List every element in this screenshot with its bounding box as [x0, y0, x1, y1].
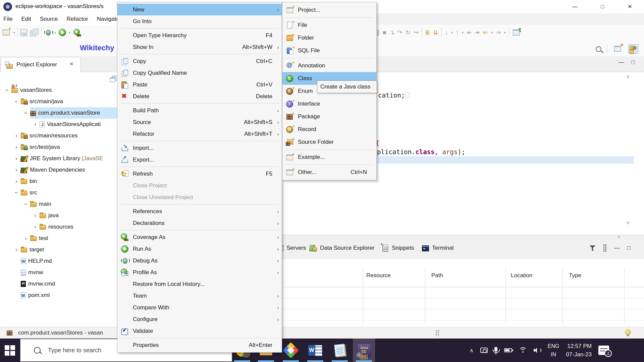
step-return-icon[interactable]: ↻	[406, 28, 411, 37]
back-dropdown-icon[interactable]: ▾	[491, 28, 493, 37]
new-submenu-item-project[interactable]: Project...	[282, 4, 376, 16]
coverage-icon[interactable]	[73, 28, 81, 37]
taskbar-app-notepad[interactable]	[329, 339, 351, 362]
context-menu-item-export[interactable]: Export...	[117, 154, 282, 166]
window-maximize-button[interactable]: □	[592, 0, 612, 13]
new-submenu-item-annotation[interactable]: Annotation	[282, 59, 376, 72]
context-menu-item-debug-as[interactable]: Debug As›	[117, 255, 282, 266]
tab-snippets[interactable]: Snippets	[381, 244, 414, 252]
lightbulb-icon[interactable]	[625, 329, 631, 335]
context-menu-item-delete[interactable]: DeleteDelete	[117, 90, 282, 102]
context-menu-item-copy[interactable]: CopyCtrl+C	[117, 55, 282, 67]
open-perspective-icon[interactable]	[613, 44, 623, 54]
tree-item-src[interactable]: ›src	[0, 187, 117, 198]
pin-editor-icon[interactable]	[512, 28, 521, 37]
tree-item-target[interactable]: ›target	[0, 244, 117, 255]
chevron-expanded-icon[interactable]: ›	[20, 109, 32, 117]
pull-dropdown-icon[interactable]: ▾	[451, 28, 453, 37]
context-menu-item-new[interactable]: New›	[117, 4, 282, 15]
context-menu-item-import[interactable]: Import...	[117, 142, 282, 154]
chevron-collapsed-icon[interactable]: ›	[12, 141, 21, 153]
context-menu-item-properties[interactable]: PropertiesAlt+Enter	[117, 339, 282, 351]
chevron-collapsed-icon[interactable]: ›	[12, 244, 21, 255]
context-menu-item-refresh[interactable]: RefreshF5	[117, 168, 282, 180]
suspend-icon[interactable]: ∥	[377, 28, 380, 37]
context-menu-item-compare-with[interactable]: Compare With›	[117, 302, 282, 313]
taskbar-app-3d-viewer[interactable]	[280, 339, 302, 362]
taskbar-app-word[interactable]	[304, 339, 326, 362]
menubar-item-file[interactable]: File	[3, 16, 12, 22]
tree-item-maven-dependencies[interactable]: ›Maven Dependencies	[0, 164, 117, 176]
next-annotation-icon[interactable]: ↠	[475, 28, 480, 37]
chevron-collapsed-icon[interactable]: ›	[12, 130, 21, 141]
tree-item-main[interactable]: ›main	[0, 198, 117, 210]
new-wizard-icon[interactable]	[2, 28, 11, 37]
search-icon[interactable]	[596, 46, 601, 52]
context-menu-item-references[interactable]: References›	[117, 205, 282, 217]
context-menu-item-validate[interactable]: Validate	[117, 325, 282, 337]
start-button[interactable]	[5, 345, 15, 356]
tab-data-source-explorer[interactable]: Data Source Explorer	[309, 244, 375, 252]
push-icon[interactable]: ↑	[456, 28, 459, 37]
menubar-item-source[interactable]: Source	[40, 16, 58, 22]
context-menu-item-paste[interactable]: PasteCtrl+V	[117, 79, 282, 90]
save-all-icon[interactable]	[30, 28, 39, 37]
menubar-item-navigate[interactable]: Navigate	[97, 16, 117, 22]
back-icon[interactable]: ⇐	[483, 28, 488, 37]
tree-item-vasanstoresapplicati[interactable]: ›VasanStoresApplicati	[0, 119, 117, 130]
camera-icon[interactable]	[480, 348, 488, 353]
chevron-collapsed-icon[interactable]: ›	[31, 119, 40, 130]
microphone-icon[interactable]	[494, 347, 497, 352]
tree-item-bin[interactable]: ›bin	[0, 176, 117, 187]
chevron-expanded-icon[interactable]: ›	[1, 86, 13, 95]
scroll-down-icon[interactable]: ∨	[626, 220, 630, 225]
tree-item-java[interactable]: ›java	[0, 210, 117, 221]
tree-item-test[interactable]: ›test	[0, 233, 117, 244]
mark-occurrences-icon[interactable]: ≣	[425, 28, 430, 37]
run-dropdown-icon[interactable]: ▾	[69, 28, 71, 37]
notification-center-icon[interactable]: 1	[598, 346, 609, 355]
java-ee-perspective-icon[interactable]	[628, 44, 638, 54]
chevron-expanded-icon[interactable]: ›	[20, 200, 32, 208]
tree-item-mvnw-cmd[interactable]: mvnw.cmd	[0, 278, 117, 290]
language-indicator[interactable]: ENGIN	[548, 342, 559, 359]
drop-to-frame-icon[interactable]: ↪	[414, 28, 419, 37]
view-menu-icon[interactable]	[603, 244, 607, 252]
column-header-type[interactable]: Type	[569, 272, 581, 279]
tab-close-icon[interactable]: ✕	[69, 61, 74, 67]
taskbar-app-eclipse[interactable]: Java EE IDE	[353, 339, 375, 362]
tree-item-pom-xml[interactable]: pom.xml	[0, 290, 117, 301]
menubar-item-refactor[interactable]: Refactor	[67, 16, 88, 22]
tree-item-vasanstores[interactable]: ›MJvasanStores	[0, 84, 117, 96]
tree-item-src-test-java[interactable]: ›src/test/java	[0, 141, 117, 153]
context-menu-item-team[interactable]: Team›	[117, 290, 282, 302]
tab-terminal[interactable]: Terminal	[421, 244, 453, 252]
chevron-right-icon[interactable]: ›	[618, 233, 620, 240]
new-dropdown-icon[interactable]: ▾	[13, 28, 15, 37]
panel-maximize-icon[interactable]: □	[627, 245, 631, 251]
chevron-collapsed-icon[interactable]: ›	[12, 164, 21, 176]
editor-maximize-icon[interactable]: □	[631, 59, 635, 66]
context-menu-item-coverage-as[interactable]: Coverage As›	[117, 231, 282, 243]
context-menu-item-restore-from-local-history[interactable]: Restore from Local History...	[117, 278, 282, 290]
forward-icon[interactable]: ⇒	[496, 28, 501, 37]
terminate-icon[interactable]: ■	[383, 28, 386, 37]
menubar-item-edit[interactable]: Edit	[21, 16, 31, 22]
new-submenu-item-folder[interactable]: Folder	[282, 32, 376, 44]
context-menu-item-go-into[interactable]: Go Into	[117, 15, 282, 27]
column-header-location[interactable]: Location	[511, 272, 532, 279]
tree-item-help-md[interactable]: HELP.md	[0, 255, 117, 267]
context-menu-item-open-type-hierarchy[interactable]: Open Type HierarchyF4	[117, 29, 282, 41]
context-menu-item-source[interactable]: SourceAlt+Shift+S›	[117, 116, 282, 128]
clock[interactable]: 12:57 PM07-Jan-23	[566, 342, 592, 359]
context-menu-item-configure[interactable]: Configure›	[117, 313, 282, 325]
window-minimize-button[interactable]: —	[565, 0, 585, 13]
chevron-collapsed-icon[interactable]: ›	[31, 221, 40, 233]
new-submenu-item-file[interactable]: File	[282, 19, 376, 32]
context-menu-item-refactor[interactable]: RefactorAlt+Shift+T›	[117, 128, 282, 140]
context-menu-item-profile-as[interactable]: Profile As›	[117, 266, 282, 278]
debug-dropdown-icon[interactable]: ▾	[54, 28, 56, 37]
chevron-expanded-icon[interactable]: ›	[11, 97, 22, 106]
chevron-collapsed-icon[interactable]: ›	[31, 210, 40, 221]
tree-item-mvnw[interactable]: mvnw	[0, 267, 117, 278]
